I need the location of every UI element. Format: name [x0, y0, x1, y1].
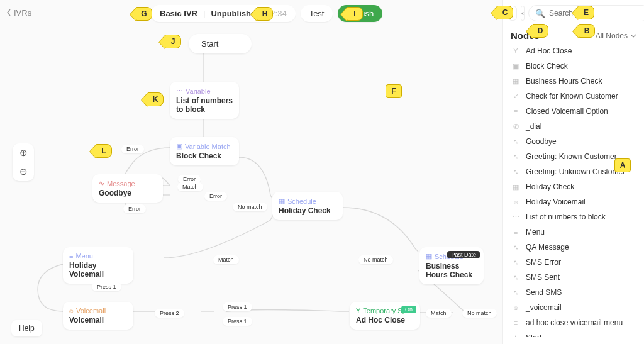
edge-label: Press 1: [92, 282, 121, 291]
sidebar-item[interactable]: ▣Block Check: [503, 58, 644, 74]
split-icon: Y: [356, 307, 360, 314]
marker-j: J: [165, 35, 181, 48]
node-variable[interactable]: ⋯Variable List of numbers to block: [170, 82, 239, 119]
star-icon: ★: [511, 334, 521, 338]
node-block-check[interactable]: ▣Variable Match Block Check: [170, 137, 239, 165]
sidebar-item-label: Holiday Check: [526, 182, 574, 191]
sidebar-item[interactable]: ≡Menu: [503, 225, 644, 240]
node-goodbye[interactable]: ∿Message Goodbye: [92, 174, 163, 203]
node-start[interactable]: Start: [189, 34, 252, 53]
audio-icon: ∿: [511, 289, 521, 297]
sidebar-item[interactable]: ∿Goodbye: [503, 134, 644, 149]
edge-label: Error: [204, 192, 227, 201]
sidebar-item[interactable]: ⌾Holiday Voicemail: [503, 194, 644, 209]
list-icon: ≡: [511, 319, 521, 326]
marker-l: L: [96, 144, 112, 158]
filter-label: All Nodes: [596, 31, 628, 40]
node-business-hours[interactable]: Past Date ▦Schedule Business Hours Check: [419, 247, 484, 284]
calendar-icon: ▦: [511, 183, 521, 191]
marker-i: I: [347, 7, 363, 21]
sidebar-item-label: Check for Known Customer: [526, 92, 618, 101]
audio-icon: ∿: [511, 138, 521, 146]
marker-b: B: [579, 24, 595, 38]
node-holiday-check[interactable]: ▦Schedule Holiday Check: [272, 192, 343, 220]
edge-label: Match: [177, 182, 203, 191]
edge-label: Error: [121, 145, 144, 153]
audio-icon: ∿: [511, 243, 521, 252]
match-icon: ▣: [511, 62, 521, 70]
chevron-left-icon: [6, 9, 11, 16]
sidebar-item[interactable]: ≡ad hoc close voicemail menu: [503, 315, 644, 330]
node-holiday-voicemail[interactable]: ≡Menu Holiday Voicemail: [63, 247, 133, 284]
marker-d: D: [532, 24, 548, 38]
node-start-label: Start: [201, 39, 218, 48]
sidebar-item-label: Business Hours Check: [526, 77, 602, 86]
edge-label: Press 1: [223, 317, 252, 326]
node-type: ≡Menu: [69, 252, 127, 260]
sidebar-item[interactable]: ▦Business Hours Check: [503, 74, 644, 89]
marker-k: K: [147, 92, 164, 106]
back-to-ivrs[interactable]: IVRs: [6, 8, 31, 18]
node-title: Holiday Voicemail: [69, 261, 127, 279]
sidebar-item-label: Block Check: [526, 62, 568, 70]
match-icon: ▣: [176, 142, 182, 150]
sidebar-item[interactable]: ⌾_voicemail: [503, 300, 644, 315]
edge-label: Press 2: [155, 309, 184, 318]
audio-icon: ∿: [511, 258, 521, 267]
sidebar-item-label: Start: [526, 333, 541, 337]
edge-label: Match: [213, 255, 239, 264]
zoom-out-button[interactable]: ⊖: [13, 162, 34, 181]
node-voicemail[interactable]: ⌾Voicemail Voicemail: [63, 302, 133, 330]
var-icon: ⋯: [511, 213, 521, 221]
calendar-icon: ▦: [279, 197, 285, 205]
audio-icon: ∿: [511, 153, 521, 161]
list-icon: ≡: [511, 228, 521, 236]
audio-icon: ∿: [511, 274, 521, 282]
marker-f: F: [386, 84, 402, 98]
edge-label: Press 1: [223, 302, 252, 311]
sidebar-item[interactable]: ▦Holiday Check: [503, 179, 644, 194]
node-title: Ad Hoc Close: [356, 316, 414, 325]
sidebar-item-label: _voicemail: [526, 303, 562, 312]
sidebar-item[interactable]: ≡Closed Voicemail Option: [503, 104, 644, 119]
sidebar-item-label: Menu: [526, 228, 545, 236]
sidebar-item-label: Closed Voicemail Option: [526, 107, 608, 116]
marker-g: G: [136, 7, 152, 21]
node-ad-hoc-close[interactable]: On YTemporary Split Ad Hoc Close: [350, 302, 420, 330]
badge-past-date: Past Date: [447, 251, 480, 258]
phone-icon: ✆: [511, 123, 521, 131]
marker-h: H: [257, 7, 273, 21]
voicemail-icon: ⌾: [511, 198, 521, 206]
zoom-in-button[interactable]: ⊕: [13, 143, 34, 162]
sidebar-item[interactable]: ∿SMS Sent: [503, 270, 644, 285]
chevron-down-icon: [630, 34, 636, 38]
marker-a: A: [614, 158, 631, 172]
sidebar-item-label: Greeting: Unknown Customer: [526, 167, 625, 176]
nodes-filter-dropdown[interactable]: All Nodes: [596, 31, 636, 40]
edge-label: Error: [123, 204, 146, 213]
menu-icon: ≡: [69, 252, 73, 260]
marker-c: C: [497, 6, 513, 19]
zoom-controls: ⊕ ⊖: [13, 143, 34, 181]
node-type: ▦Schedule: [279, 197, 336, 205]
variable-icon: ⋯: [176, 87, 183, 95]
sidebar-item[interactable]: ∿SMS Error: [503, 255, 644, 270]
node-type: ▣Variable Match: [176, 142, 233, 150]
sidebar-item[interactable]: ✆_dial: [503, 119, 644, 134]
node-type: ⌾Voicemail: [69, 307, 127, 314]
edge-label: No match: [233, 203, 267, 211]
split-icon: Y: [511, 47, 521, 55]
sidebar-item[interactable]: ∿QA Message: [503, 240, 644, 255]
sidebar-item[interactable]: ★Start: [503, 330, 644, 337]
help-button[interactable]: Help: [11, 320, 42, 336]
edge-label: No match: [358, 255, 393, 264]
sidebar-item[interactable]: YAd Hoc Close: [503, 43, 644, 58]
sidebar-item-label: SMS Error: [526, 258, 561, 267]
sidebar-item[interactable]: ∿Send SMS: [503, 285, 644, 300]
node-title: Business Hours Check: [426, 262, 477, 279]
sidebar-item[interactable]: ⋯List of numbers to block: [503, 209, 644, 225]
calendar-icon: ▦: [511, 77, 521, 86]
sidebar-item[interactable]: ✓Check for Known Customer: [503, 89, 644, 104]
sidebar-item-label: ad hoc close voicemail menu: [526, 318, 623, 327]
sidebar-item-label: _dial: [526, 122, 541, 131]
